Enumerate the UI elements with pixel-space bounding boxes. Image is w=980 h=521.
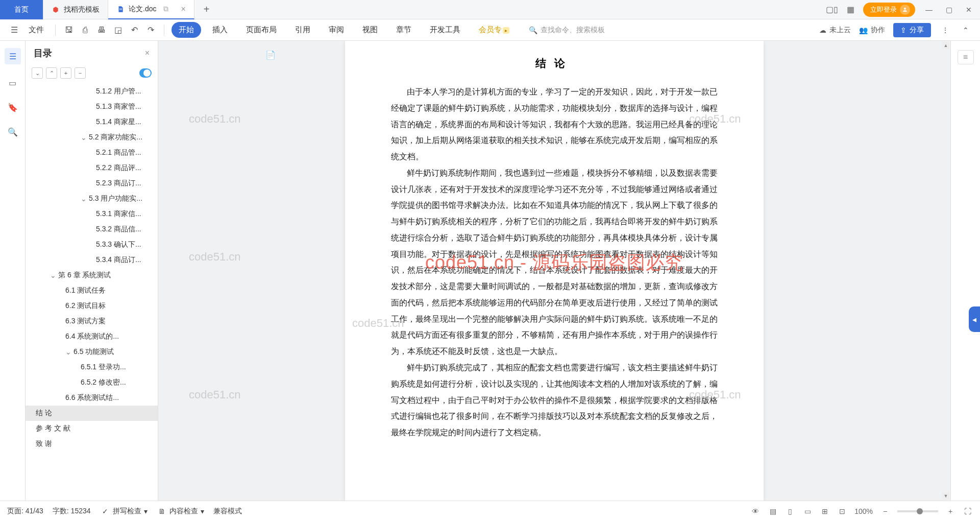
svg-point-1 — [904, 8, 906, 10]
menu-vip[interactable]: 会员专▸ — [472, 22, 517, 38]
zoom-fit-icon[interactable]: ⊡ — [837, 506, 847, 516]
status-spellcheck[interactable]: ✓拼写检查 ▾ — [100, 506, 148, 516]
outline-item[interactable]: ⌄6.5 功能测试 — [26, 344, 158, 360]
menu-devtools[interactable]: 开发工具 — [423, 22, 468, 38]
outline-item[interactable]: 5.3.4 商品订... — [26, 252, 158, 268]
zoom-in-icon[interactable]: + — [945, 506, 955, 516]
outline-item[interactable]: 5.1.4 商家星... — [26, 114, 158, 130]
view-eye-icon[interactable]: 👁 — [750, 506, 761, 516]
side-handle[interactable]: ◂ — [969, 306, 980, 332]
outline-item[interactable]: ⌄5.3 用户功能实... — [26, 191, 158, 206]
layout-icon[interactable]: ▢▯ — [826, 4, 838, 15]
tab-template[interactable]: 找稻壳模板 — [43, 0, 108, 19]
print-icon[interactable]: 🖶 — [95, 24, 108, 36]
view-web-icon[interactable]: ▭ — [802, 506, 813, 516]
outline-toggle[interactable] — [139, 68, 152, 78]
preview-icon[interactable]: ◲ — [112, 24, 124, 36]
share-button[interactable]: ⇪分享 — [893, 23, 931, 37]
outline-item[interactable]: 6.5.2 修改密... — [26, 375, 158, 390]
outline-item[interactable]: 5.1.2 用户管... — [26, 84, 158, 99]
outline-item[interactable]: 6.2 测试目标 — [26, 298, 158, 314]
outline-item[interactable]: 5.3.3 确认下... — [26, 237, 158, 252]
menu-review[interactable]: 审阅 — [322, 22, 351, 38]
outline-icon[interactable]: ☰ — [5, 48, 21, 64]
menu-reference[interactable]: 引用 — [288, 22, 317, 38]
vertical-scrollbar[interactable]: ▲ ▼ — [942, 42, 949, 500]
new-tab-button[interactable]: + — [194, 4, 219, 15]
zoom-out-icon[interactable]: − — [880, 506, 890, 516]
outline-remove[interactable]: − — [75, 67, 86, 79]
outline-item[interactable]: 6.6 系统测试结... — [26, 390, 158, 406]
expand-icon[interactable]: ⌃ — [960, 24, 972, 36]
document-area[interactable]: 📄 结论 由于本人学习的是计算机方面的专业，学习了一定的开发知识，因此，对于开发… — [158, 41, 950, 501]
outline-item[interactable]: 结 论 — [26, 406, 158, 421]
rail-settings-icon[interactable]: ≡ — [958, 50, 974, 64]
outline-item[interactable]: 5.3.2 商品信... — [26, 222, 158, 237]
annotation-icon[interactable]: ▭ — [7, 77, 19, 89]
window-close[interactable]: ✕ — [963, 6, 975, 14]
outline-item[interactable]: 6.3 测试方案 — [26, 314, 158, 329]
outline-item[interactable]: ⌄5.2 商家功能实... — [26, 130, 158, 145]
cloud-button[interactable]: ☁未上云 — [819, 26, 851, 35]
left-sidebar: ☰ ▭ 🔖 🔍 — [0, 41, 26, 501]
more-icon[interactable]: ⋮ — [939, 24, 951, 36]
outline-item[interactable]: 5.2.2 商品评... — [26, 160, 158, 176]
outline-item[interactable]: 6.1 测试任务 — [26, 283, 158, 298]
document-page: 结论 由于本人学习的是计算机方面的专业，学习了一定的开发知识，因此，对于开发一款… — [345, 41, 764, 501]
menu-page-layout[interactable]: 页面布局 — [239, 22, 284, 38]
apps-icon[interactable]: ▦ — [845, 4, 856, 15]
watermark-small: code51.cn — [189, 250, 241, 264]
outline-add[interactable]: + — [60, 67, 71, 79]
outline-item[interactable]: 5.2.3 商品订... — [26, 176, 158, 191]
outline-item[interactable]: 5.2.1 商品管... — [26, 145, 158, 160]
status-compat[interactable]: 兼容模式 — [213, 507, 242, 516]
tab-home[interactable]: 首页 — [0, 0, 43, 19]
window-maximize[interactable]: ▢ — [943, 6, 955, 14]
outline-close-icon[interactable]: × — [145, 49, 150, 58]
zoom-value[interactable]: 100% — [854, 507, 873, 515]
outline-item[interactable]: 5.3.1 商家信... — [26, 206, 158, 222]
menu-chapter[interactable]: 章节 — [389, 22, 419, 38]
tab-close-icon[interactable]: × — [181, 5, 185, 14]
tab-detach-icon[interactable]: ⧉ — [160, 4, 172, 15]
outline-item[interactable]: ⌄第 6 章 系统测试 — [26, 268, 158, 283]
login-button[interactable]: 立即登录 — [863, 3, 915, 17]
undo-icon[interactable]: ↶ — [128, 24, 140, 36]
window-minimize[interactable]: — — [922, 6, 936, 14]
outline-expand-all[interactable]: ⌃ — [46, 67, 57, 79]
find-icon[interactable]: 🔍 — [7, 126, 19, 138]
toolbar: ☰ 文件 🖫 ⎙ 🖶 ◲ ↶ ↷ 开始 插入 页面布局 引用 审阅 视图 章节 … — [0, 19, 980, 41]
outline-item-label: 5.3.3 确认下... — [96, 240, 141, 249]
outline-item[interactable]: 致 谢 — [26, 436, 158, 452]
status-page[interactable]: 页面: 41/43 — [7, 507, 43, 516]
menu-icon[interactable]: ☰ — [8, 24, 20, 36]
menu-view[interactable]: 视图 — [355, 22, 385, 38]
fullscreen-icon[interactable]: ⛶ — [963, 506, 973, 516]
outline-item[interactable]: 6.4 系统测试的... — [26, 329, 158, 344]
scroll-down-icon[interactable]: ▼ — [942, 492, 949, 500]
outline-item[interactable]: 6.5.1 登录功... — [26, 360, 158, 375]
outline-item[interactable]: 5.1.3 商家管... — [26, 99, 158, 114]
outline-item-label: 结 论 — [36, 409, 52, 418]
zoom-slider[interactable] — [897, 510, 938, 512]
view-page-icon[interactable]: ▯ — [785, 506, 795, 516]
save-icon[interactable]: 🖫 — [63, 24, 75, 36]
menu-start[interactable]: 开始 — [172, 22, 201, 38]
outline-collapse-all[interactable]: ⌄ — [32, 67, 43, 79]
collab-button[interactable]: 👥协作 — [859, 26, 885, 35]
file-menu[interactable]: 文件 — [24, 22, 48, 38]
page-margin-icon[interactable]: 📄 — [265, 50, 276, 60]
view-read-icon[interactable]: ▤ — [768, 506, 778, 516]
status-words[interactable]: 字数: 15234 — [53, 507, 91, 516]
status-content-check[interactable]: 🗎内容检查 ▾ — [157, 506, 204, 516]
bookmark-icon[interactable]: 🔖 — [7, 101, 19, 113]
menu-insert[interactable]: 插入 — [205, 22, 235, 38]
scroll-up-icon[interactable]: ▲ — [942, 42, 949, 49]
redo-icon[interactable]: ↷ — [144, 24, 157, 36]
outline-item[interactable]: 参 考 文 献 — [26, 421, 158, 436]
tab-document[interactable]: W 论文.doc ⧉ × — [108, 0, 194, 19]
command-search[interactable]: 🔍 查找命令、搜索模板 — [529, 26, 605, 35]
search-icon: 🔍 — [529, 26, 537, 34]
save-as-icon[interactable]: ⎙ — [79, 24, 91, 36]
view-outline-icon[interactable]: ⊞ — [820, 506, 830, 516]
